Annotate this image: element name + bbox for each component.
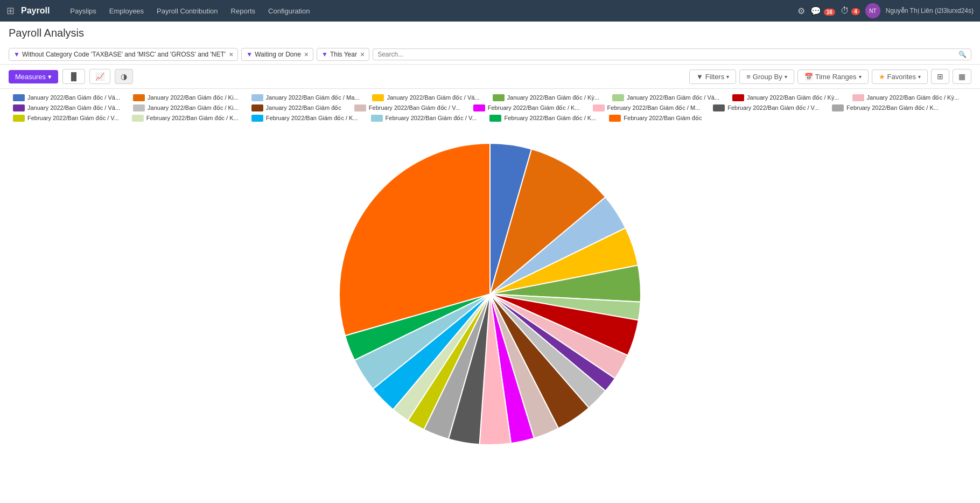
pivot-icon: ▦ <box>958 72 965 81</box>
nav-payslips[interactable]: Payslips <box>65 5 101 17</box>
legend-item: February 2022/Ban Giám đốc / K... <box>473 104 580 111</box>
filters-caret: ▾ <box>726 74 729 80</box>
nav-configuration[interactable]: Configuration <box>263 5 315 17</box>
group-by-caret: ▾ <box>785 74 787 80</box>
legend-swatch <box>354 104 366 111</box>
pie-chart[interactable] <box>328 132 652 456</box>
legend-item: January 2022/Ban Giám đốc / Kỳ... <box>493 94 599 101</box>
legend-item: January 2022/Ban Giám đốc / Ma... <box>251 94 360 101</box>
pivot-view-button[interactable]: ▦ <box>953 69 971 84</box>
measures-caret: ▾ <box>48 73 52 81</box>
legend-item: January 2022/Ban Giám đốc <box>251 104 341 111</box>
bar-chart-icon: ▐▌ <box>68 72 79 81</box>
line-chart-icon: 📈 <box>95 72 104 81</box>
legend-item: January 2022/Ban Giám đốc / Vá... <box>13 104 120 111</box>
pie-chart-icon: ◑ <box>121 72 127 81</box>
subheader: Payroll Analysis <box>0 22 980 39</box>
clock-icon[interactable]: ⏱ 4 <box>841 6 860 16</box>
legend-label: February 2022/Ban Giám đốc / V... <box>727 104 819 111</box>
legend-label: January 2022/Ban Giám đốc / Kỳ... <box>507 94 599 101</box>
star-icon: ★ <box>879 73 885 81</box>
grid-icon[interactable]: ⊞ <box>6 5 15 17</box>
chart-area <box>0 127 980 466</box>
legend-label: January 2022/Ban Giám đốc / Ki... <box>148 104 238 111</box>
legend-item: February 2022/Ban Giám đốc / K... <box>489 115 596 122</box>
legend-swatch <box>832 104 844 111</box>
legend-swatch <box>713 104 725 111</box>
legend-item: February 2022/Ban Giám đốc / M... <box>593 104 701 111</box>
toolbar-right: ▼ Filters ▾ ≡ Group By ▾ 📅 Time Ranges ▾… <box>689 69 971 84</box>
settings-icon[interactable]: ⚙ <box>797 6 805 16</box>
chat-badge: 16 <box>824 9 835 16</box>
user-name[interactable]: Nguyễn Thị Liên (i2l3lurxd24s) <box>886 7 974 15</box>
chat-icon[interactable]: 💬 16 <box>810 6 835 16</box>
group-by-button[interactable]: ≡ Group By ▾ <box>739 69 794 84</box>
app-title: Payroll <box>21 6 50 16</box>
search-icon[interactable]: 🔍 <box>958 51 967 58</box>
legend-item: February 2022/Ban Giám đốc / K... <box>132 115 239 122</box>
legend-label: January 2022/Ban Giám đốc / Vá... <box>27 94 120 101</box>
measures-button[interactable]: Measures ▾ <box>9 70 58 83</box>
search-box[interactable]: 🔍 <box>373 48 971 60</box>
legend-label: February 2022/Ban Giám đốc / V... <box>27 115 119 122</box>
topnav-right: ⚙ 💬 16 ⏱ 4 NT Nguyễn Thị Liên (i2l3lurxd… <box>797 3 974 18</box>
legend-swatch <box>593 104 605 111</box>
avatar[interactable]: NT <box>865 3 880 18</box>
legend-label: February 2022/Ban Giám đốc / K... <box>846 104 939 111</box>
line-chart-view-button[interactable]: 📈 <box>89 69 110 84</box>
category-filter-text: Without Category Code 'TAXBASE' and 'MIS… <box>22 51 226 58</box>
favorites-label: Favorites <box>887 73 916 81</box>
nav-reports[interactable]: Reports <box>226 5 261 17</box>
legend-label: January 2022/Ban Giám đốc / Kỳ... <box>747 94 839 101</box>
legend-label: January 2022/Ban Giám đốc / Ma... <box>266 94 360 101</box>
legend-item: February 2022/Ban Giám đốc / K... <box>832 104 939 111</box>
toolbar: Measures ▾ ▐▌ 📈 ◑ ▼ Filters ▾ ≡ Group By… <box>0 65 980 89</box>
legend-swatch <box>13 104 25 111</box>
group-by-label: Group By <box>753 73 782 81</box>
legend-label: January 2022/Ban Giám đốc / Kỳ... <box>867 94 959 101</box>
pie-chart-view-button[interactable]: ◑ <box>115 69 133 84</box>
legend-swatch <box>371 115 383 122</box>
funnel-icon: ▼ <box>13 51 20 58</box>
legend-label: January 2022/Ban Giám đốc / Vá... <box>27 104 120 111</box>
time-filter-close[interactable]: × <box>360 50 365 59</box>
legend-item: January 2022/Ban Giám đốc / Vá... <box>612 94 719 101</box>
time-filter-text: This Year <box>330 51 357 58</box>
legend-swatch <box>493 94 505 101</box>
legend-swatch <box>612 94 624 101</box>
legend-swatch <box>133 104 145 111</box>
status-filter-text: Waiting or Done <box>255 51 301 58</box>
filter-icon: ▼ <box>696 73 703 81</box>
legend-label: February 2022/Ban Giám đốc / K... <box>146 115 239 122</box>
bar-chart-view-button[interactable]: ▐▌ <box>62 69 85 84</box>
grid-view-button[interactable]: ⊞ <box>931 69 949 84</box>
funnel-icon-3: ▼ <box>321 51 328 58</box>
legend-swatch <box>473 104 485 111</box>
filterbar: ▼ Without Category Code 'TAXBASE' and 'M… <box>0 45 980 65</box>
search-input[interactable] <box>377 51 958 58</box>
legend-swatch <box>251 115 263 122</box>
status-filter-close[interactable]: × <box>304 50 309 59</box>
measures-label: Measures <box>15 73 46 81</box>
category-filter-close[interactable]: × <box>229 50 233 59</box>
nav-payroll-contribution[interactable]: Payroll Contribution <box>151 5 223 17</box>
legend-swatch <box>372 94 384 101</box>
legend-label: February 2022/Ban Giám đốc / K... <box>266 115 358 122</box>
legend-item: February 2022/Ban Giám đốc / V... <box>13 115 119 122</box>
time-ranges-button[interactable]: 📅 Time Ranges ▾ <box>797 69 869 84</box>
time-ranges-caret: ▾ <box>859 74 862 80</box>
favorites-caret: ▾ <box>918 74 921 80</box>
legend-swatch <box>133 94 145 101</box>
legend-item: February 2022/Ban Giám đốc / K... <box>251 115 358 122</box>
legend-item: January 2022/Ban Giám đốc / Vá... <box>13 94 120 101</box>
legend-swatch <box>132 115 144 122</box>
svg-text:NT: NT <box>869 8 876 14</box>
group-icon: ≡ <box>746 73 751 81</box>
legend-item: January 2022/Ban Giám đốc / Kỳ... <box>732 94 839 101</box>
filters-button[interactable]: ▼ Filters ▾ <box>689 69 736 84</box>
nav-employees[interactable]: Employees <box>104 5 149 17</box>
nav-links: Payslips Employees Payroll Contribution … <box>65 5 793 17</box>
favorites-button[interactable]: ★ Favorites ▾ <box>872 69 928 84</box>
legend-swatch <box>732 94 744 101</box>
legend-label: January 2022/Ban Giám đốc / Ki... <box>148 94 238 101</box>
